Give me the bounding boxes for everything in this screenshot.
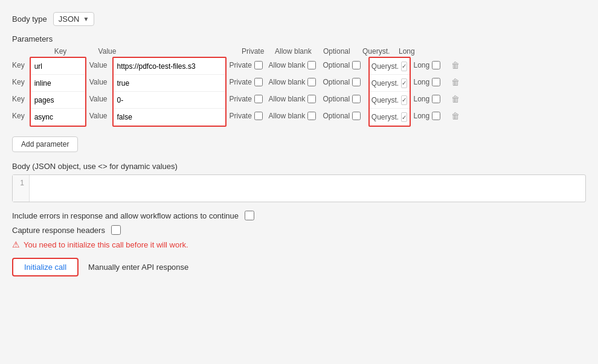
key-label-3: Key [12, 95, 25, 103]
initialize-call-button[interactable]: Initialize call [12, 258, 79, 276]
allow-blank-col: Allow blank Allow blank Allow blank Allo… [269, 57, 320, 124]
value-input-1[interactable] [114, 58, 225, 75]
long-label-4: Long [414, 112, 430, 120]
delete-icon-4[interactable]: 🗑 [451, 111, 460, 121]
value-input-2[interactable] [114, 75, 225, 92]
capture-headers-label: Capture response headers [12, 226, 105, 235]
delete-col: 🗑 🗑 🗑 🗑 [450, 57, 460, 124]
querystring-checkbox-3[interactable]: ✓ [401, 95, 407, 105]
allow-blank-checkbox-2[interactable] [307, 78, 316, 86]
long-label-2: Long [414, 78, 430, 86]
delete-icon-3[interactable]: 🗑 [451, 94, 460, 104]
optional-col: Optional Optional Optional Optional [323, 57, 365, 124]
body-type-value: JSON [59, 14, 80, 24]
key-input-3[interactable] [31, 92, 85, 109]
private-checkbox-3[interactable] [254, 95, 263, 103]
optional-checkbox-3[interactable] [352, 95, 361, 103]
body-json-section: Body (JSON object, use <> for dynamic va… [12, 162, 586, 202]
optional-label-2: Optional [323, 78, 350, 86]
key-inputs-col [30, 57, 86, 127]
long-checkbox-2[interactable] [432, 78, 440, 86]
long-checkbox-1[interactable] [432, 61, 440, 69]
chevron-down-icon: ▼ [83, 16, 89, 22]
value-label-4: Value [89, 112, 108, 120]
key-label-4: Key [12, 112, 25, 120]
optional-checkbox-4[interactable] [352, 112, 361, 120]
value-label-1: Value [89, 61, 108, 69]
value-inputs-col [112, 57, 227, 127]
private-label-2: Private [230, 78, 252, 86]
allow-blank-label-4: Allow blank [269, 112, 306, 120]
querystring-label-2: Queryst. [371, 79, 399, 88]
value-column-header: Value [98, 47, 117, 56]
optional-checkbox-2[interactable] [352, 78, 361, 86]
long-checkbox-3[interactable] [432, 95, 440, 103]
long-label-1: Long [414, 61, 430, 69]
long-label-3: Long [414, 95, 430, 103]
querystring-checkbox-4[interactable]: ✓ [401, 112, 407, 122]
key-column-header: Key [54, 47, 67, 56]
long-col: Long Long Long Long [414, 57, 447, 124]
allow-blank-checkbox-4[interactable] [307, 112, 316, 120]
private-checkbox-1[interactable] [254, 61, 263, 69]
allow-blank-label-3: Allow blank [269, 95, 306, 103]
optional-label-3: Optional [323, 95, 350, 103]
parameters-label: Parameters [12, 34, 586, 43]
init-row: Initialize call Manually enter API respo… [12, 258, 586, 276]
parameters-section: Key Key Key Key Value Value Value Value [12, 57, 586, 127]
value-input-4[interactable] [114, 109, 225, 126]
body-json-label: Body (JSON object, use <> for dynamic va… [12, 162, 586, 171]
private-label-1: Private [230, 61, 252, 69]
line-numbers: 1 [13, 175, 30, 202]
allow-blank-checkbox-3[interactable] [307, 95, 316, 103]
include-errors-checkbox[interactable] [245, 211, 254, 220]
querystring-column-header: Queryst. [362, 47, 396, 56]
allow-blank-label-2: Allow blank [269, 78, 306, 86]
body-type-label: Body type [12, 14, 47, 24]
json-textarea[interactable] [30, 175, 585, 202]
key-label-1: Key [12, 61, 25, 69]
key-input-2[interactable] [31, 75, 85, 92]
body-type-select[interactable]: JSON ▼ [53, 12, 95, 26]
long-checkbox-4[interactable] [432, 112, 440, 120]
value-input-3[interactable] [114, 92, 225, 109]
capture-headers-row: Capture response headers [12, 225, 586, 235]
optional-label-4: Optional [323, 112, 350, 120]
querystring-label-4: Queryst. [371, 113, 399, 121]
delete-icon-1[interactable]: 🗑 [451, 60, 460, 70]
manual-api-response-link[interactable]: Manually enter API response [88, 263, 188, 272]
add-parameter-button[interactable]: Add parameter [12, 136, 78, 152]
allow-blank-checkbox-1[interactable] [307, 61, 316, 69]
delete-icon-2[interactable]: 🗑 [451, 77, 460, 87]
key-input-1[interactable] [31, 58, 85, 75]
optional-column-header: Optional [323, 47, 359, 56]
body-type-row: Body type JSON ▼ [12, 12, 586, 26]
warning-text: You need to initialize this call before … [24, 240, 188, 249]
warning-icon: ⚠ [12, 240, 20, 249]
optional-label-1: Optional [323, 61, 350, 69]
value-label-3: Value [89, 95, 108, 103]
include-errors-row: Include errors in response and allow wor… [12, 211, 586, 220]
private-column-header: Private [242, 47, 272, 56]
private-label-4: Private [230, 112, 252, 120]
querystring-checkbox-1[interactable]: ✓ [401, 62, 407, 71]
optional-checkbox-1[interactable] [352, 61, 361, 69]
private-col: Private Private Private Private [230, 57, 266, 124]
body-json-editor: 1 [12, 174, 586, 202]
allow-blank-label-1: Allow blank [269, 61, 306, 69]
key-input-4[interactable] [31, 109, 85, 126]
include-errors-label: Include errors in response and allow wor… [12, 211, 239, 220]
querystring-col: Queryst. ✓ Queryst. ✓ Queryst. ✓ Queryst… [368, 57, 411, 127]
long-column-header: Long [399, 47, 420, 56]
value-labels-col: Value Value Value Value [89, 57, 109, 124]
querystring-checkbox-2[interactable]: ✓ [401, 78, 407, 88]
private-label-3: Private [230, 95, 252, 103]
querystring-label-3: Queryst. [371, 96, 399, 104]
private-checkbox-4[interactable] [254, 112, 263, 120]
key-labels-col: Key Key Key Key [12, 57, 27, 124]
warning-row: ⚠ You need to initialize this call befor… [12, 240, 586, 249]
allow-blank-column-header: Allow blank [275, 47, 320, 56]
value-label-2: Value [89, 78, 108, 86]
private-checkbox-2[interactable] [254, 78, 263, 86]
capture-headers-checkbox[interactable] [111, 225, 121, 235]
